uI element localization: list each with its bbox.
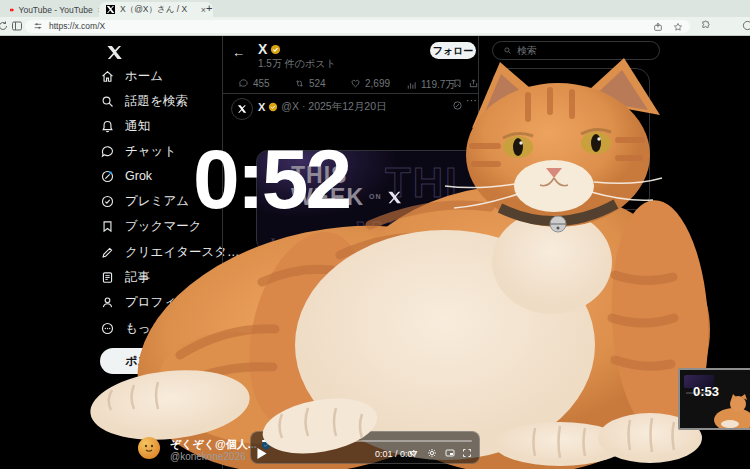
tab-title: X（@X）さん / X — [120, 4, 187, 16]
profile-name: X — [258, 41, 267, 57]
x-page: ホーム 話題を検索 通知 チャット Grok プレミアム ブックマーク クリエ — [0, 36, 750, 469]
search-placeholder: 検索 — [517, 44, 537, 58]
like-button[interactable]: 2,699 — [350, 78, 390, 89]
avatar-face — [138, 437, 160, 459]
banner-ghost-text: WEE — [357, 213, 459, 252]
grok-icon — [100, 169, 115, 184]
post-button[interactable]: ポストする — [100, 348, 212, 374]
sidebar-item-chat[interactable]: チャット — [100, 141, 176, 161]
reply-icon — [238, 320, 249, 331]
card-title[interactable]: this week on X: widgets on iOS, Global T… — [256, 254, 477, 266]
sidebar-label: Grok — [125, 169, 152, 183]
follow-button[interactable]: フォロー — [430, 42, 476, 59]
post-more-icon[interactable]: ⋯ — [466, 94, 477, 107]
sidebar-item-bookmarks[interactable]: ブックマーク — [100, 216, 201, 236]
sidebar-label: 話題を検索 — [125, 93, 188, 110]
column-divider — [222, 36, 223, 469]
sidebar-label: ブックマーク — [125, 218, 201, 235]
sidebar-item-home[interactable]: ホーム — [100, 66, 163, 86]
sidebar-item-notifications[interactable]: 通知 — [100, 116, 150, 136]
sidebar-item-profile[interactable]: プロフィール — [100, 292, 201, 312]
post-divider — [223, 286, 478, 287]
tab-youtube[interactable]: YouTube - YouTube × — [3, 2, 110, 17]
tab-title: YouTube - YouTube — [19, 5, 93, 15]
address-bar[interactable]: https://x.com/X — [25, 20, 690, 33]
x-logo — [237, 104, 247, 114]
views-button[interactable]: 119.7万 — [406, 78, 455, 92]
side-panel-icon[interactable] — [11, 20, 23, 32]
gold-verified-badge-icon — [268, 102, 278, 112]
x-favicon — [106, 5, 115, 14]
search-box[interactable]: 検索 — [492, 41, 660, 60]
bookmark-icon[interactable] — [452, 78, 463, 89]
share-icon[interactable] — [653, 22, 663, 32]
countdown-timer: 0:52 — [193, 137, 349, 221]
video-progress-track[interactable] — [262, 440, 472, 442]
post-avatar[interactable] — [231, 292, 253, 314]
sidebar-card — [492, 68, 650, 210]
post-author[interactable]: X — [258, 101, 265, 113]
repost-button[interactable]: 524 — [294, 78, 326, 89]
reply-icon — [238, 78, 249, 89]
play-button[interactable] — [257, 448, 267, 459]
repost-icon — [294, 78, 305, 89]
tab-x[interactable]: X（@X）さん / X × — [99, 2, 213, 17]
sidebar-label: プレミアム — [125, 193, 189, 210]
browser-window: YouTube - YouTube × X（@X）さん / X × + http… — [0, 0, 750, 469]
settings-gear-icon[interactable] — [426, 447, 438, 459]
extensions-icon[interactable] — [700, 20, 711, 31]
bookmark-icon — [100, 219, 115, 234]
post-divider — [223, 93, 478, 94]
browser-toolbar: https://x.com/X — [0, 17, 750, 36]
sidebar-label: 記事 — [125, 269, 150, 286]
reply-button[interactable]: 455 — [238, 78, 270, 89]
sidebar-label: プロフィール — [125, 294, 201, 311]
poster-name[interactable]: ぞくぞく@個人... — [170, 437, 257, 452]
chat-icon — [100, 144, 115, 159]
reply-button[interactable]: 193 — [238, 320, 270, 331]
pip-icon[interactable] — [444, 447, 456, 459]
card-line: everyone's talking about this we — [256, 291, 477, 302]
sidebar-item-premium[interactable]: プレミアム — [100, 191, 189, 211]
banner-on-label: ON — [369, 194, 382, 201]
seek-preview-thumbnail[interactable]: 0:53 — [678, 368, 750, 430]
post-author: X — [258, 294, 265, 306]
post-meta: @X · 2025年12月20日 — [281, 100, 386, 114]
share-post-icon[interactable] — [468, 78, 479, 89]
sidebar-item-grok[interactable]: Grok — [100, 166, 152, 186]
tab-strip: YouTube - YouTube × X（@X）さん / X × + — [0, 0, 750, 17]
back-button[interactable]: ← — [232, 45, 245, 60]
sidebar-label: ホーム — [125, 68, 163, 85]
sidebar-item-more[interactable]: もっと見る — [100, 318, 189, 338]
more-circle-icon — [100, 321, 115, 336]
reload-icon[interactable] — [0, 20, 9, 32]
column-divider — [478, 36, 479, 469]
home-icon — [100, 69, 115, 84]
article-icon — [100, 270, 115, 285]
volume-icon[interactable] — [408, 447, 420, 459]
profile-avatar-icon[interactable] — [742, 20, 750, 31]
new-tab-button[interactable]: + — [206, 2, 212, 14]
heart-icon — [350, 78, 361, 89]
sidebar-item-explore[interactable]: 話題を検索 — [100, 91, 188, 111]
sidebar-item-articles[interactable]: 記事 — [100, 267, 150, 287]
x-logo — [387, 190, 402, 205]
search-icon — [503, 46, 512, 55]
profile-icon — [100, 295, 115, 310]
sidebar-item-creator-studio[interactable]: クリエイタースタ… — [100, 242, 240, 262]
sidebar-label: 通知 — [125, 118, 150, 135]
url-text: https://x.com/X — [49, 21, 105, 31]
site-settings-icon[interactable] — [33, 21, 43, 31]
analytics-icon — [406, 80, 417, 91]
poster-avatar[interactable] — [138, 437, 160, 459]
fullscreen-icon[interactable] — [461, 447, 473, 459]
banner-footer-text: X — [271, 237, 275, 243]
post-avatar[interactable] — [231, 98, 253, 120]
x-logo — [237, 298, 247, 308]
x-logo[interactable] — [106, 44, 123, 61]
bookmark-star-icon[interactable] — [673, 22, 683, 32]
preview-cat — [708, 394, 750, 428]
grok-actions-icon[interactable] — [452, 100, 463, 111]
bell-icon — [100, 119, 115, 134]
posts-count: 1.5万 件のポスト — [258, 57, 336, 71]
